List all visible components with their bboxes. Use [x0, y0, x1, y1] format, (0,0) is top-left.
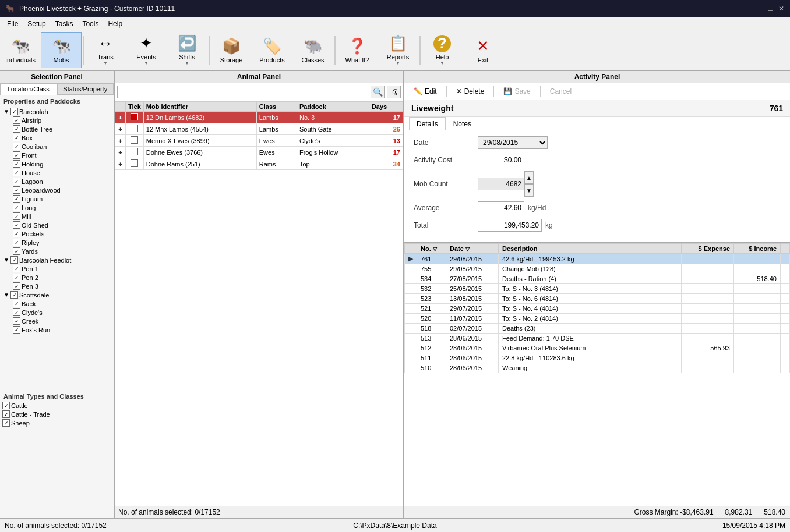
lagoon-check[interactable]	[13, 178, 20, 185]
menu-help[interactable]: Help	[103, 19, 127, 29]
airstrip-check[interactable]	[13, 116, 20, 124]
col-days[interactable]: Days	[369, 102, 403, 112]
col-date[interactable]: Date ▽	[446, 244, 499, 254]
scottsdale-check[interactable]	[10, 291, 18, 299]
history-row-11[interactable]: 510 28/06/2015 Weaning	[405, 363, 790, 373]
mob-expand-0[interactable]: +	[115, 112, 126, 123]
lignum-check[interactable]	[13, 195, 20, 203]
tree-back[interactable]: Back	[0, 299, 114, 308]
history-row-5[interactable]: 521 29/07/2015 To: S - No. 4 (4814)	[405, 304, 790, 314]
cattle-check[interactable]	[2, 402, 10, 409]
col-tick[interactable]: Tick	[126, 102, 144, 112]
col-mob-id[interactable]: Mob Identifier	[143, 102, 256, 112]
history-row-10[interactable]: 511 28/06/2015 22.8 kg/Hd - 110283.6 kg	[405, 353, 790, 363]
col-expense[interactable]: $ Expense	[682, 244, 734, 254]
menu-tools[interactable]: Tools	[77, 19, 103, 29]
tree-clydes[interactable]: Clyde's	[0, 308, 114, 317]
edit-btn[interactable]: ✏️ Edit	[409, 86, 442, 97]
mob-row-2[interactable]: + Merino X Ewes (3899) Ewes Clyde's 13	[115, 135, 403, 147]
history-row-9[interactable]: 512 28/06/2015 Virbamec Oral Plus Seleni…	[405, 343, 790, 353]
mill-check[interactable]	[13, 212, 20, 220]
house-check[interactable]	[13, 169, 20, 176]
individuals-btn[interactable]: 🐄 Individuals	[0, 32, 41, 68]
history-row-8[interactable]: 513 28/06/2015 Feed Demand: 1.70 DSE	[405, 334, 790, 343]
col-no[interactable]: No. ▽	[417, 244, 446, 254]
feedlot-expand[interactable]: ▼	[2, 257, 10, 263]
old-shed-check[interactable]	[13, 221, 20, 229]
long-check[interactable]	[13, 204, 20, 211]
leopardwood-check[interactable]	[13, 186, 20, 194]
mob-row-3[interactable]: + Dohne Ewes (3766) Ewes Frog's Hollow 1…	[115, 147, 403, 158]
tree-cattle[interactable]: Cattle	[0, 401, 114, 410]
tab-notes[interactable]: Notes	[446, 117, 479, 130]
menu-tasks[interactable]: Tasks	[51, 19, 78, 29]
tree-barcoolah-feedlot[interactable]: ▼ Barcoolah Feedlot	[0, 256, 114, 264]
mob-search-input[interactable]	[117, 86, 368, 98]
mob-check-3[interactable]	[126, 147, 144, 158]
feedlot-check[interactable]	[10, 256, 18, 264]
maximize-btn[interactable]: ☐	[767, 5, 774, 13]
tab-status-property[interactable]: Status/Property	[57, 83, 114, 95]
tree-old-shed[interactable]: Old Shed	[0, 221, 114, 229]
mob-check-4[interactable]	[126, 158, 144, 170]
trans-btn[interactable]: ↔️ Trans ▼	[85, 32, 126, 68]
mob-expand-2[interactable]: +	[115, 135, 126, 147]
col-description[interactable]: Description	[499, 244, 682, 254]
tree-coolibah[interactable]: Coolibah	[0, 142, 114, 151]
ripley-check[interactable]	[13, 239, 20, 246]
help-btn[interactable]: ? Help ▼	[422, 32, 463, 68]
cancel-btn[interactable]: Cancel	[545, 86, 576, 97]
pockets-check[interactable]	[13, 230, 20, 237]
exit-btn[interactable]: ✕ Exit	[463, 32, 503, 68]
tab-details[interactable]: Details	[409, 117, 446, 130]
mob-row-0[interactable]: + 12 Dn Lambs (4682) Lambs No. 3 17	[115, 112, 403, 123]
total-input[interactable]	[478, 219, 542, 232]
mob-count-input[interactable]	[478, 178, 524, 190]
foxs-run-check[interactable]	[13, 326, 20, 334]
mob-expand-3[interactable]: +	[115, 147, 126, 158]
front-check[interactable]	[13, 151, 20, 159]
stepper-down[interactable]: ▼	[524, 184, 534, 197]
tree-creek[interactable]: Creek	[0, 317, 114, 325]
pen2-check[interactable]	[13, 274, 20, 281]
tree-ripley[interactable]: Ripley	[0, 238, 114, 247]
classes-btn[interactable]: 🐃 Classes	[292, 32, 333, 68]
print-btn[interactable]: 🖨	[387, 86, 401, 98]
reports-btn[interactable]: 📋 Reports ▼	[378, 32, 418, 68]
minimize-btn[interactable]: —	[756, 5, 763, 13]
tree-house[interactable]: House	[0, 168, 114, 177]
title-controls[interactable]: — ☐ ✕	[756, 5, 784, 13]
history-row-0[interactable]: ▶ 761 29/08/2015 42.6 kg/Hd - 199453.2 k…	[405, 254, 790, 264]
tree-foxs-run[interactable]: Fox's Run	[0, 325, 114, 334]
cattle-trade-check[interactable]	[2, 410, 10, 418]
tree-barcoolah[interactable]: ▼ Barcoolah	[0, 107, 114, 116]
tree-box[interactable]: Box	[0, 133, 114, 142]
mob-check-0[interactable]	[126, 112, 144, 123]
tree-lagoon[interactable]: Lagoon	[0, 177, 114, 186]
tree-lignum[interactable]: Lignum	[0, 194, 114, 203]
products-btn[interactable]: 🏷️ Products	[252, 32, 292, 68]
tree-sheep[interactable]: Sheep	[0, 418, 114, 427]
bottle-tree-check[interactable]	[13, 125, 20, 133]
tree-holding[interactable]: Holding	[0, 159, 114, 168]
tree-mill[interactable]: Mill	[0, 212, 114, 221]
tree-front[interactable]: Front	[0, 151, 114, 159]
shifts-btn[interactable]: ↩️ Shifts ▼	[167, 32, 207, 68]
box-check[interactable]	[13, 134, 20, 141]
history-row-1[interactable]: 755 29/08/2015 Change Mob (128)	[405, 264, 790, 274]
storage-btn[interactable]: 📦 Storage	[211, 32, 252, 68]
tree-leopardwood[interactable]: Leopardwood	[0, 186, 114, 194]
scottsdale-expand[interactable]: ▼	[2, 292, 10, 298]
history-row-3[interactable]: 532 25/08/2015 To: S - No. 3 (4814)	[405, 284, 790, 294]
mob-expand-1[interactable]: +	[115, 123, 126, 135]
tree-pen2[interactable]: Pen 2	[0, 273, 114, 282]
col-class[interactable]: Class	[256, 102, 297, 112]
tree-pen3[interactable]: Pen 3	[0, 282, 114, 290]
history-row-2[interactable]: 534 27/08/2015 Deaths - Ration (4) 518.4…	[405, 274, 790, 284]
menu-setup[interactable]: Setup	[23, 19, 50, 29]
mobs-btn[interactable]: 🐄 Mobs	[41, 32, 82, 68]
history-row-7[interactable]: 518 02/07/2015 Deaths (23)	[405, 324, 790, 334]
barcoolah-expand[interactable]: ▼	[2, 108, 10, 115]
holding-check[interactable]	[13, 160, 20, 168]
tree-bottle-tree[interactable]: Bottle Tree	[0, 125, 114, 133]
